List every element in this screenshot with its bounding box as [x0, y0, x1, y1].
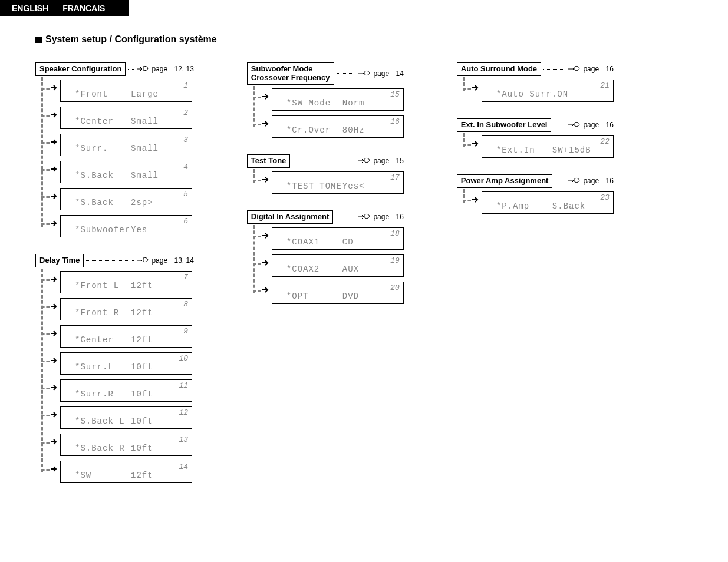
item-value: Yes<	[342, 181, 365, 191]
item-value: 2sp>	[131, 198, 153, 207]
item-value: SW+15dB	[552, 146, 591, 155]
block-title: Delay Time	[35, 254, 84, 267]
arrow-right-icon	[471, 83, 480, 92]
branch-line	[41, 361, 50, 362]
page-number: 16	[605, 177, 613, 185]
branch-line	[253, 97, 261, 98]
block-auto-surround: Auto Surround Mode page 16 21*Auto Surr.…	[457, 62, 614, 102]
tree-item: 20*OPTDVD	[253, 282, 404, 304]
page-number: 16	[605, 65, 613, 73]
lcd-display: 5*S.Back2sp>	[60, 188, 192, 210]
page-word: page	[583, 121, 599, 129]
item-label: *COAX2	[286, 265, 342, 274]
tree-item: 19*COAX2AUX	[253, 254, 404, 277]
item-value: Small	[131, 144, 159, 153]
page-reference: page 16	[568, 121, 613, 129]
item-label: *S.Back	[75, 171, 131, 180]
lcd-display: 21*Auto Surr.ON	[482, 80, 614, 102]
page-reference: page 16	[358, 213, 403, 221]
lcd-display: 10*Surr.L10ft	[60, 352, 192, 375]
item-number: 22	[600, 137, 610, 146]
branch-line	[253, 290, 261, 292]
item-value: 12ft	[131, 335, 153, 345]
page-reference: page 13, 14	[136, 256, 193, 265]
item-number: 2	[183, 108, 188, 117]
item-value: Norm	[342, 98, 365, 108]
block-subwoofer-mode: Subwoofer Mode Crossover Frequency page …	[247, 62, 404, 138]
lcd-display: 23*P.AmpS.Back	[482, 191, 614, 214]
item-number: 15	[390, 90, 400, 99]
item-value: 10ft	[131, 389, 153, 399]
tree-item: 21*Auto Surr.ON	[463, 80, 614, 102]
arrow-right-icon	[50, 191, 59, 201]
block-title: Subwoofer Mode Crossover Frequency	[247, 62, 334, 85]
page-reference: page 16	[568, 177, 613, 185]
item-label: *Front L	[75, 281, 131, 290]
lcd-display: 11*Surr.R10ft	[60, 379, 192, 402]
tree-item: 22*Ext.InSW+15dB	[463, 135, 614, 158]
item-label: *TEST TONE	[286, 181, 342, 191]
item-number: 12	[179, 408, 188, 417]
arrow-right-icon	[50, 137, 59, 147]
hand-pointer-icon	[358, 157, 371, 165]
arrow-right-icon	[50, 464, 59, 474]
tree-item: 5*S.Back2sp>	[41, 188, 194, 210]
item-number: 14	[179, 462, 188, 471]
tree-item: 13*S.Back R10ft	[41, 434, 194, 456]
page-word: page	[151, 65, 167, 73]
hand-pointer-icon	[358, 213, 371, 221]
branch-line	[463, 200, 471, 201]
tree-item: 12*S.Back L10ft	[41, 406, 194, 429]
branch-line	[253, 263, 261, 265]
item-number: 3	[183, 135, 188, 144]
lang-english[interactable]: ENGLISH	[12, 4, 48, 13]
arrow-right-icon	[50, 356, 59, 365]
item-number: 10	[179, 354, 188, 363]
hand-pointer-icon	[136, 65, 149, 73]
arrow-right-icon	[261, 285, 271, 295]
item-label: *Surr.L	[75, 362, 131, 372]
item-label: *Front R	[75, 308, 131, 318]
arrow-right-icon	[50, 275, 59, 284]
lcd-display: 8*Front R12ft	[60, 298, 192, 320]
item-number: 7	[183, 273, 188, 282]
branch-line	[253, 180, 261, 181]
item-value: Small	[131, 171, 159, 180]
item-label: *Front	[75, 90, 131, 99]
item-label: *SW	[75, 471, 131, 480]
arrow-right-icon	[50, 437, 59, 447]
branch-line	[41, 115, 50, 117]
lang-francais[interactable]: FRANCAIS	[62, 4, 105, 13]
dotted-leader	[86, 260, 134, 261]
branch-line	[41, 442, 50, 444]
item-label: *Surr.	[75, 144, 131, 153]
page-word: page	[583, 177, 599, 185]
item-value: Large	[131, 90, 159, 99]
language-bar: ENGLISH FRANCAIS	[0, 0, 129, 16]
page-word: page	[373, 70, 389, 78]
item-value: S.Back	[552, 201, 585, 211]
item-number: 23	[600, 193, 610, 202]
item-label: *Center	[75, 117, 131, 126]
block-speaker-config: Speaker Configuration page 12, 13 1*Fron…	[35, 62, 194, 237]
item-label: *Surr.R	[75, 389, 131, 399]
tree-item: 2*CenterSmall	[41, 107, 194, 129]
branch-line	[463, 88, 471, 90]
arrow-right-icon	[50, 83, 59, 92]
section-heading: System setup / Configuration système	[35, 34, 728, 45]
lcd-display: 9*Center12ft	[60, 325, 192, 348]
branch-line	[41, 223, 50, 225]
page-word: page	[373, 213, 389, 221]
item-number: 6	[183, 217, 188, 226]
page-reference: page 14	[358, 70, 403, 78]
arrow-right-icon	[50, 410, 59, 419]
item-value: 80Hz	[342, 125, 365, 135]
item-label: *S.Back R	[75, 444, 131, 453]
hand-pointer-icon	[568, 177, 581, 185]
arrow-right-icon	[261, 258, 271, 267]
arrow-right-icon	[50, 110, 59, 120]
tree-item: 11*Surr.R10ft	[41, 379, 194, 402]
arrow-right-icon	[471, 139, 480, 148]
branch-line	[41, 388, 50, 389]
lcd-display: 7*Front L12ft	[60, 271, 192, 293]
